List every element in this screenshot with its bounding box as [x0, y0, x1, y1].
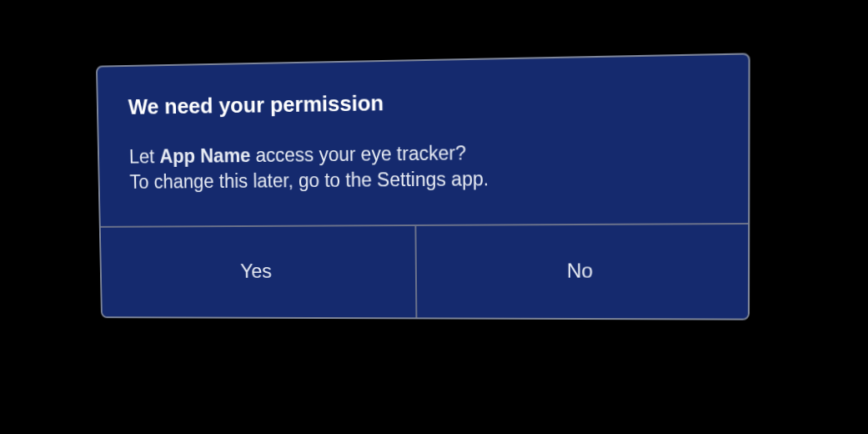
permission-dialog: We need your permission Let App Name acc…	[96, 53, 750, 320]
yes-button[interactable]: Yes	[101, 226, 415, 317]
no-button[interactable]: No	[414, 225, 748, 319]
body-prefix: Let	[129, 146, 160, 168]
permission-dialog-wrapper: We need your permission Let App Name acc…	[96, 53, 750, 320]
body-suffix: access your eye tracker?	[250, 142, 466, 166]
dialog-content: We need your permission Let App Name acc…	[98, 54, 749, 225]
dialog-actions: Yes No	[101, 223, 748, 319]
dialog-title: We need your permission	[128, 84, 715, 119]
app-name: App Name	[159, 144, 251, 167]
dialog-body: Let App Name access your eye tracker? To…	[129, 137, 715, 194]
dialog-body-line-2: To change this later, go to the Settings…	[129, 164, 715, 194]
